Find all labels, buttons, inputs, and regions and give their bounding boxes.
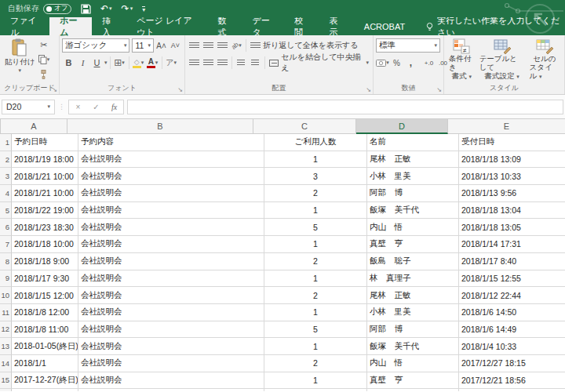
number-dialog-launcher[interactable]: ↘	[436, 86, 442, 93]
borders-button[interactable]: ⊞▾	[113, 56, 126, 70]
cell-C5[interactable]: 1	[264, 202, 367, 220]
select-all-corner[interactable]	[0, 119, 1, 134]
cell-D7[interactable]: 真壁 亨	[367, 236, 459, 253]
row-header-7[interactable]: 7	[0, 236, 12, 253]
cell-C15[interactable]: 1	[264, 372, 367, 390]
save-button[interactable]	[81, 4, 91, 14]
comma-style-button[interactable]: ,	[404, 56, 417, 70]
increase-font-size-button[interactable]: A˄	[155, 38, 168, 53]
cell-C12[interactable]: 5	[264, 321, 367, 339]
column-header-B[interactable]: B	[67, 119, 253, 134]
cell-B15[interactable]: 会社説明会	[78, 372, 264, 390]
cell-B14[interactable]: 会社説明会	[78, 355, 264, 372]
row-header-15[interactable]: 15	[0, 372, 12, 390]
customize-quick-access-button[interactable]: ▾	[142, 6, 145, 13]
row-header-11[interactable]: 11	[0, 304, 12, 321]
cell-D12[interactable]: 阿部 博	[367, 321, 459, 339]
cell-C8[interactable]: 2	[264, 253, 367, 270]
cell-C4[interactable]: 2	[264, 185, 367, 202]
cell-A14[interactable]: 2018/1/1	[12, 355, 78, 372]
cell-D15[interactable]: 真壁 亨	[367, 372, 459, 390]
row-header-4[interactable]: 4	[0, 185, 12, 202]
tab-ACROBAT[interactable]: ACROBAT	[354, 17, 415, 35]
column-header-E[interactable]: E	[448, 119, 565, 134]
cell-D14[interactable]: 内山 悟	[367, 355, 459, 372]
font-name-combo[interactable]: 游ゴシック ▾	[62, 38, 129, 53]
increase-indent-button[interactable]	[249, 56, 262, 70]
cell-C6[interactable]: 5	[264, 219, 367, 236]
wrap-text-button[interactable]: 折り返して全体を表示する	[249, 38, 359, 53]
bold-button[interactable]: B	[62, 56, 75, 70]
fill-color-button[interactable]: ◇ ▾	[132, 56, 145, 70]
formula-bar-splitter[interactable]: ⋮	[58, 103, 65, 111]
cell-C2[interactable]: 1	[264, 151, 367, 169]
cell-E2[interactable]: 2018/1/18 13:09	[459, 151, 565, 169]
orientation-button[interactable]: ab▾	[230, 38, 243, 53]
cell-B5[interactable]: 会社説明会	[78, 202, 264, 220]
clipboard-dialog-launcher[interactable]: ↘	[52, 86, 57, 93]
cell-C14[interactable]: 2	[264, 355, 367, 372]
cell-B9[interactable]: 会社説明会	[78, 270, 264, 288]
row-header-9[interactable]: 9	[0, 270, 12, 288]
paste-button[interactable]: 貼り付け ▾	[2, 38, 37, 82]
cell-B6[interactable]: 会社説明会	[78, 219, 264, 236]
font-size-combo[interactable]: 11 ▾	[132, 38, 154, 53]
cell-D1[interactable]: 名前	[367, 134, 459, 151]
row-header-14[interactable]: 14	[0, 355, 12, 372]
row-header-16[interactable]: 16	[0, 389, 12, 391]
cell-C16[interactable]: 1	[264, 389, 367, 391]
tab-数式[interactable]: 数式	[207, 17, 242, 35]
row-header-1[interactable]: 1	[0, 134, 12, 151]
cell-E12[interactable]: 2018/1/6 14:49	[459, 321, 565, 339]
cell-styles-button[interactable]: セルの スタイル ▾	[527, 38, 562, 82]
cell-E13[interactable]: 2018/1/4 10:33	[459, 338, 565, 355]
cell-C11[interactable]: 1	[264, 304, 367, 321]
cell-B10[interactable]: 会社説明会	[78, 287, 264, 304]
format-painter-button[interactable]	[37, 67, 50, 82]
redo-button[interactable]: ↷ ▾	[122, 3, 133, 14]
cell-D5[interactable]: 飯塚 美千代	[367, 202, 459, 220]
cell-E8[interactable]: 2018/1/17 8:40	[459, 253, 565, 270]
cell-E16[interactable]: 2017/12/21 17:44	[459, 389, 565, 391]
italic-button[interactable]: I	[76, 56, 89, 70]
cell-D11[interactable]: 小林 里美	[367, 304, 459, 321]
cell-C10[interactable]: 2	[264, 287, 367, 304]
cell-A11[interactable]: 2018/1/8 12:00	[12, 304, 78, 321]
bottom-align-button[interactable]	[216, 38, 229, 53]
cell-A10[interactable]: 2018/1/15 12:00	[12, 287, 78, 304]
cell-A3[interactable]: 2018/1/21 10:00	[12, 168, 78, 185]
cell-D9[interactable]: 林 真理子	[367, 270, 459, 288]
cell-C13[interactable]: 1	[264, 338, 367, 355]
cell-B4[interactable]: 会社説明会	[78, 185, 264, 202]
tab-ページ レイアウト[interactable]: ページ レイアウト	[126, 17, 207, 35]
row-header-2[interactable]: 2	[0, 151, 12, 169]
cell-B8[interactable]: 会社説明会	[78, 253, 264, 270]
align-center-button[interactable]	[202, 56, 215, 70]
name-box[interactable]: D20 ▾	[2, 100, 55, 114]
tab-挿入[interactable]: 挿入	[92, 17, 126, 35]
underline-button[interactable]: U	[90, 56, 104, 70]
cell-B11[interactable]: 会社説明会	[78, 304, 264, 321]
row-header-3[interactable]: 3	[0, 168, 12, 185]
cell-A7[interactable]: 2018/1/18 10:00	[12, 236, 78, 253]
cell-B7[interactable]: 会社説明会	[78, 236, 264, 253]
autosave-toggle[interactable]: オフ	[43, 4, 71, 14]
cell-E1[interactable]: 受付日時	[459, 134, 565, 151]
insert-function-button[interactable]: fx	[105, 103, 123, 111]
cell-A16[interactable]: 2017-12-25(終日)	[12, 389, 78, 391]
font-dialog-launcher[interactable]: ↘	[177, 86, 183, 93]
decrease-indent-button[interactable]	[235, 56, 248, 70]
cell-C7[interactable]: 1	[264, 236, 367, 253]
cell-B12[interactable]: 会社説明会	[78, 321, 264, 339]
row-header-13[interactable]: 13	[0, 338, 12, 355]
middle-align-button[interactable]	[202, 38, 215, 53]
cell-E11[interactable]: 2018/1/6 14:50	[459, 304, 565, 321]
cell-A9[interactable]: 2018/1/17 9:30	[12, 270, 78, 288]
align-right-button[interactable]	[216, 56, 229, 70]
cell-D6[interactable]: 内山 悟	[367, 219, 459, 236]
autosave-control[interactable]: 自動保存 オフ	[8, 3, 71, 14]
cell-A8[interactable]: 2018/1/18 9:00	[12, 253, 78, 270]
merge-center-button[interactable]: セルを結合して中央揃え ▾	[268, 56, 370, 70]
number-format-combo[interactable]: 標準 ▾	[376, 38, 440, 53]
cell-D13[interactable]: 飯塚 美千代	[367, 338, 459, 355]
